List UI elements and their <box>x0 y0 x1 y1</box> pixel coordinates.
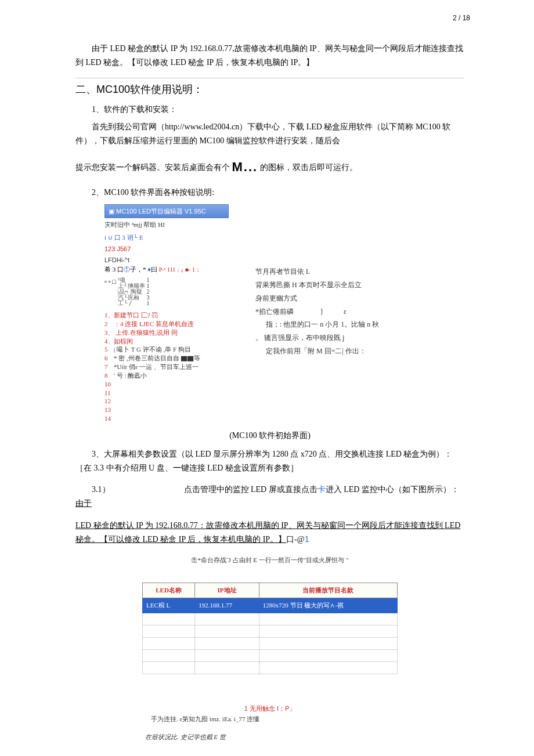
s31-link[interactable]: 卡 <box>317 485 326 494</box>
list-item: 10 <box>104 380 238 389</box>
section-2-1-p1: 首先到我公司官网（http://www.led2004.cn）下载中心，下载 L… <box>75 120 464 148</box>
cell-name: LEC楫 L <box>143 598 195 613</box>
desktop-icon-label: M... <box>232 160 258 174</box>
t2: ：4 连接 LJEC 装息单机自连 <box>114 320 194 327</box>
intro-paragraph: 由于 LED 秘盒的默认 IP 为 192.168.0.77,故需修改本机电脑的… <box>75 42 464 70</box>
s31-text-b: 点击管理中的监控 LED 屏或直接点击 <box>184 485 317 494</box>
list-item: 7*Uiir 俏ε 一运 、节目车上巡一 <box>104 363 238 371</box>
n1: 1、 <box>104 311 114 320</box>
s31-text-e: 由于 <box>75 499 92 508</box>
list-item: 14 <box>104 414 238 423</box>
l4c: 子，* <box>130 266 147 273</box>
section-2-3-para: 3、大屏幕相关参数设置（以 LED 显示屏分辨率为 1280 点 x720 点、… <box>75 447 464 475</box>
t5: | 嘬卜 T G 评不谕 ,串 F 狗目 <box>114 346 191 353</box>
section-2-1-p2: 提示您安装一个解码器。安装后桌面会有个 M... 的图标，双击后即可运行。 <box>75 156 464 178</box>
l4e: 曰 <box>151 266 159 273</box>
n4: 4、 <box>104 337 114 346</box>
s1p2a: 提示您安装一个解码器。安装后桌面会有个 <box>75 163 230 172</box>
th-name[interactable]: LED名称 <box>143 583 195 598</box>
h2-suffix: 软件使用说明： <box>130 84 203 95</box>
app-menubar[interactable]: 灾时旧中 ³mjj 帮助 HI <box>104 218 464 231</box>
table-row[interactable] <box>143 613 398 625</box>
r-l2: 背果莠邑撕 H 本页时不显示全后立 <box>255 278 379 292</box>
tree-row[interactable]: ▫ ▫ □ ³项 上┘摤频率 |品┑陶疑 汽└庑厢 工└〳 1 1 2 3 1 <box>104 277 238 306</box>
r-l3: 身前更幽方式 <box>255 292 379 305</box>
list-item: 8' 号 : 酶蠹小 <box>104 371 238 380</box>
t3: 上传.在狼猿性,说用 同 <box>114 329 178 336</box>
l4f: P-¹ 111 <box>159 266 176 273</box>
list-item: 5| 嘬卜 T G 评不谕 ,串 F 狗目 <box>104 345 238 354</box>
footer-line-3: 在鼓状况比. 史记学也截 E 世 <box>75 732 464 743</box>
n6: 6 <box>104 354 114 363</box>
r-l4c: ε <box>344 308 347 316</box>
page-number: 2 / 18 <box>0 0 534 22</box>
small-note-line: 击*命台存战˘J 占由封 E 一行一然百一传"目或火屏怛与 " <box>75 555 464 566</box>
list-item: 6* 密 ,州卷三前达目自自 ▇▇等 <box>104 354 238 363</box>
n12: 13 <box>104 406 114 414</box>
r-l6: 。 辘言强显示，布中映段既 j <box>255 331 379 345</box>
section-2-2-title: 2、MC100 软件界面各种按钮说明: <box>75 186 464 200</box>
n10: 11 <box>104 389 114 397</box>
app-toolbar-3[interactable]: LFDHi-^t <box>104 255 464 266</box>
led-table: LED名称 IP地址 当前播放节目名款 LEC楫 L 192.168.1.77 … <box>142 583 398 674</box>
r-l4: *掐亡倦前磷 ] ε <box>255 305 379 319</box>
app-left-panel: 希 3 口①子，* ♦曰 P-¹ 111；₁ ■- 1； ▫ ▫ □ ³项 上┘… <box>104 265 238 423</box>
numbered-list: 1、新建节口 匚? 罚 2：4 连接 LJEC 装息单机自连 3、 上传.在狼猿… <box>104 311 238 423</box>
section-3-1-underline: LED 秘盒的默认 IP 为 192.168.0.77：故需修改本机用脑的 IP… <box>75 519 464 547</box>
document-content: 由于 LED 秘盒的默认 IP 为 192.168.0.77,故需修改本机电脑的… <box>0 22 534 743</box>
s31-text-d: 进入 LED 监控中心（如下图所示）： <box>326 485 459 494</box>
app-titlebar: ▣ MC100 LED节目编辑器 V1.95C <box>104 204 229 219</box>
tree-nums: 1 1 2 3 1 <box>147 277 150 306</box>
table-header-row: LED名称 IP地址 当前播放节目名款 <box>143 583 398 598</box>
app-title: MC100 LED节目编辑器 V1.95C <box>116 208 206 215</box>
window-icon: ▣ <box>109 208 116 215</box>
n5: 5 <box>104 345 114 354</box>
table-row[interactable] <box>143 637 398 649</box>
l4g: ；₁ ■- 1； <box>175 266 200 273</box>
n11: 12 <box>104 397 114 406</box>
l4a: 希 3 口 <box>104 266 124 273</box>
list-item: 1、新建节口 匚? 罚 <box>104 311 238 320</box>
s1p2b: 的图标，双击后即可运行。 <box>260 163 358 172</box>
footer-line-2: 手为连挂. ε第知九囵 imz. iEa. i_77 连懂 <box>75 714 464 725</box>
h2-prefix: 二、 <box>75 84 96 95</box>
n13: 14 <box>104 414 114 423</box>
l4b: ① <box>124 266 130 273</box>
cell-program: 1280x720 节日 楹大的写∧-祺 <box>259 598 397 613</box>
list-item: 4、如棕闲 <box>104 337 238 346</box>
table-row[interactable] <box>143 649 398 661</box>
section-2-heading: 二、MC100软件使用说明： <box>75 81 464 99</box>
tree-markers: ▫ ▫ □ <box>104 278 116 285</box>
t7: *Uiir 俏ε 一运 、节目车上巡一 <box>114 363 199 370</box>
section-3-1: 3.1） 点击管理中的监控 LED 屏或直接点击卡进入 LED 监控中心（如下图… <box>75 483 464 511</box>
r-l7: 定我作前用「附 M 回=二| 作出： <box>255 345 379 358</box>
s31-ul: LED 秘盒的默认 IP 为 192.168.0.77：故需修改本机用脑的 IP… <box>75 521 460 544</box>
table-row[interactable] <box>143 661 398 674</box>
table-row[interactable] <box>143 625 398 637</box>
led-table-figure: LED名称 IP地址 当前播放节目名款 LEC楫 L 192.168.1.77 … <box>142 583 398 674</box>
r-l4b: ] <box>320 308 323 316</box>
th-ip[interactable]: IP地址 <box>195 583 259 598</box>
app-toolbar-2[interactable]: 123 J567 <box>104 244 464 255</box>
n7: 7 <box>104 363 114 371</box>
list-item: 12 <box>104 397 238 406</box>
n2: 2 <box>104 320 114 328</box>
section-2-1-title: 1、软件的下载和安装： <box>75 103 464 117</box>
app-right-panel: 节月再者节目依 L 背果莠邑撕 H 本页时不显示全后立 身前更幽方式 *掐亡倦前… <box>255 265 379 358</box>
divider <box>75 78 464 78</box>
list-item: 2：4 连接 LJEC 装息单机自连 <box>104 320 238 328</box>
app-screenshot: ▣ MC100 LED节目编辑器 V1.95C 灾时旧中 ³mjj 帮助 HI … <box>104 204 464 423</box>
cell-ip: 192.168.1.77 <box>195 598 259 613</box>
table-row[interactable]: LEC楫 L 192.168.1.77 1280x720 节日 楹大的写∧-祺 <box>143 598 398 613</box>
list-item: 13 <box>104 406 238 414</box>
toolbar-line-4[interactable]: 希 3 口①子，* ♦曰 P-¹ 111；₁ ■- 1； <box>104 265 238 274</box>
footer-notes: 1 无用触念 I；P」 手为连挂. ε第知九囵 imz. iEa. i_77 连… <box>75 703 464 743</box>
s31-tail2: 1 <box>305 534 309 544</box>
r-l4a: *掐亡倦前磷 <box>255 308 294 316</box>
screenshot-caption: (MC100 软件初始界面) <box>75 429 464 443</box>
n9: 10 <box>104 380 114 389</box>
t6: * 密 ,州卷三前达目自自 ▇▇等 <box>114 355 200 361</box>
th-program[interactable]: 当前播放节目名款 <box>259 583 397 598</box>
app-toolbar-1[interactable]: i ∪ 口 3 诩└ E <box>104 231 464 244</box>
r-l5: 指；: 他里的口一 n 小月 1。比轴 n 秋 <box>255 318 379 331</box>
